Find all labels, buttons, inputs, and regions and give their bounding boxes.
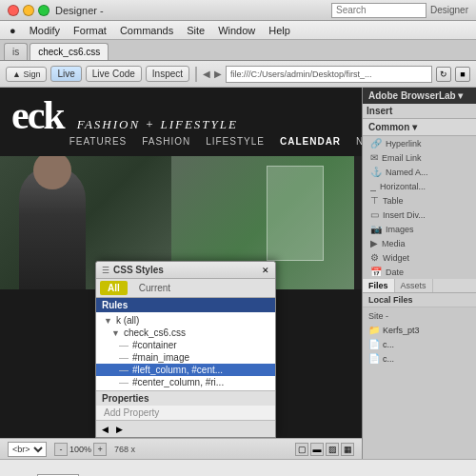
- menu-file[interactable]: ●: [4, 23, 22, 38]
- css-panel-close[interactable]: ✕: [262, 266, 269, 275]
- inspect-button[interactable]: Inspect: [146, 66, 189, 82]
- nav-calendar[interactable]: Calendar: [280, 136, 341, 147]
- email-icon: ✉: [370, 152, 378, 163]
- widget-icon: ⚙: [370, 252, 379, 263]
- common-section-header[interactable]: Common ▾: [363, 119, 476, 136]
- maximize-button[interactable]: [38, 5, 50, 16]
- menu-commands[interactable]: Commands: [114, 23, 179, 38]
- files-tab[interactable]: Files: [363, 279, 395, 292]
- css-tab-all[interactable]: All: [100, 281, 128, 295]
- panel-date[interactable]: 📅 Date: [363, 265, 476, 279]
- live-code-button[interactable]: Live Code: [86, 66, 142, 82]
- main-layout: eck FASHION + LIFESTYLE Features Fashion…: [0, 88, 476, 459]
- menu-window[interactable]: Window: [212, 23, 261, 38]
- sign-button[interactable]: ▲ Sign: [6, 67, 47, 82]
- tab-css[interactable]: check_cs6.css: [30, 43, 109, 60]
- rule-k-all[interactable]: ▼ k (all): [96, 314, 275, 327]
- right-scrollbar[interactable]: [354, 156, 362, 289]
- images-label: Images: [386, 225, 414, 234]
- zoom-in-button[interactable]: +: [93, 443, 107, 456]
- common-label: Common ▾: [368, 122, 417, 132]
- browser-area: eck FASHION + LIFESTYLE Features Fashion…: [0, 88, 362, 459]
- rule-main-image[interactable]: — #main_image: [96, 351, 275, 364]
- adobe-browser-lab[interactable]: Adobe BrowserLab ▾: [363, 88, 476, 104]
- menu-modify[interactable]: Modify: [24, 23, 66, 38]
- rule-dash-4: —: [119, 365, 129, 375]
- panel-widget[interactable]: ⚙ Widget: [363, 250, 476, 265]
- rule-dash-5: —: [119, 377, 129, 387]
- view-btn-1[interactable]: ▢: [295, 443, 308, 456]
- site-label: Site -: [365, 309, 474, 323]
- panel-hyperlink[interactable]: 🔗 Hyperlink: [363, 136, 476, 150]
- nav-lifestyle[interactable]: Lifestyle: [206, 136, 265, 147]
- rule-arrow-0: ▼: [104, 316, 112, 326]
- website-content: eck FASHION + LIFESTYLE Features Fashion…: [0, 88, 362, 438]
- nav-forward[interactable]: ▶: [214, 69, 222, 79]
- view-btn-3[interactable]: ▨: [326, 443, 339, 456]
- css-nav-prev[interactable]: ◀: [102, 425, 109, 434]
- rule-left-column[interactable]: — #left_column, #cent...: [96, 364, 275, 376]
- files-list: Site - 📁 Kerfs_pt3 📄 c... 📄 c...: [363, 307, 476, 367]
- panel-table[interactable]: ⊤ Table: [363, 193, 476, 208]
- panel-media[interactable]: ▶ Media: [363, 236, 476, 250]
- window-title: Designer -: [55, 5, 104, 16]
- address-text: file:///C:/Users/admin/Desktop/first_...: [230, 69, 372, 79]
- live-button[interactable]: Live: [50, 66, 81, 82]
- add-property[interactable]: Add Property: [96, 406, 275, 420]
- panel-hr[interactable]: ⎯ Horizontal...: [363, 179, 476, 193]
- assets-tab[interactable]: Assets: [395, 279, 433, 292]
- zoom-out-button[interactable]: -: [54, 443, 68, 456]
- file-item-kerfs[interactable]: 📁 Kerfs_pt3: [365, 323, 474, 337]
- rule-label-3: #main_image: [132, 352, 189, 363]
- rule-arrow-1: ▼: [111, 328, 120, 338]
- panel-images[interactable]: 📷 Images: [363, 222, 476, 236]
- nav-fashion[interactable]: Fashion: [142, 136, 190, 147]
- nav-back[interactable]: ◀: [203, 69, 210, 79]
- file-item-2[interactable]: 📄 c...: [365, 351, 474, 366]
- css-tab-current[interactable]: Current: [131, 281, 178, 295]
- site-nav: Features Fashion Lifestyle Calendar News: [69, 132, 362, 150]
- toolbar: ▲ Sign Live Live Code Inspect ◀ ▶ file:/…: [0, 61, 476, 88]
- stop-button[interactable]: ■: [455, 67, 470, 82]
- designer-label: Designer: [430, 5, 468, 15]
- window-controls[interactable]: [8, 5, 50, 16]
- search-input[interactable]: [331, 3, 426, 18]
- hyperlink-icon: 🔗: [370, 138, 382, 149]
- tab-is[interactable]: is: [4, 43, 28, 60]
- rule-label-1: check_cs6.css: [124, 327, 186, 338]
- menu-site[interactable]: Site: [181, 23, 210, 38]
- refresh-button[interactable]: ↻: [436, 67, 451, 82]
- menu-format[interactable]: Format: [68, 23, 112, 38]
- view-btn-4[interactable]: ▦: [341, 443, 354, 456]
- rule-center-column[interactable]: — #center_column, #ri...: [96, 376, 275, 388]
- tab-bar: is check_cs6.css: [0, 40, 476, 61]
- tag-selector[interactable]: <br>: [8, 442, 47, 457]
- css-panel-bottom: ◀ ▶: [96, 420, 275, 437]
- rule-css-file[interactable]: ▼ check_cs6.css: [96, 327, 275, 339]
- file-item-1[interactable]: 📄 c...: [365, 337, 474, 351]
- address-bar[interactable]: file:///C:/Users/admin/Desktop/first_...: [226, 66, 432, 83]
- table-label: Table: [383, 196, 404, 206]
- hyperlink-label: Hyperlink: [386, 139, 422, 149]
- css-panel-title: CSS Styles: [113, 265, 164, 275]
- panel-named-anchor[interactable]: ⚓ Named A...: [363, 165, 476, 179]
- minimize-button[interactable]: [23, 5, 34, 16]
- css-nav-next[interactable]: ▶: [116, 425, 123, 434]
- file-name-0: Kerfs_pt3: [383, 326, 420, 335]
- menu-help[interactable]: Help: [263, 23, 296, 38]
- view-btn-2[interactable]: ▬: [310, 443, 324, 456]
- rule-dash-2: —: [119, 340, 129, 350]
- panel-div[interactable]: ▭ Insert Div...: [363, 208, 476, 222]
- nav-news[interactable]: News: [356, 136, 362, 147]
- css-panel-tabs: All Current: [96, 279, 275, 298]
- panel-email[interactable]: ✉ Email Link: [363, 150, 476, 165]
- properties-header: Properties: [96, 390, 275, 406]
- brand-logo: eck: [11, 95, 64, 135]
- rule-container[interactable]: — #container: [96, 339, 275, 351]
- nav-features[interactable]: Features: [69, 136, 128, 147]
- separator: [195, 67, 197, 82]
- close-button[interactable]: [8, 5, 19, 16]
- files-tabs: Files Assets: [363, 279, 476, 293]
- window-size: 768 x: [114, 445, 135, 454]
- anchor-icon: ⚓: [370, 167, 382, 177]
